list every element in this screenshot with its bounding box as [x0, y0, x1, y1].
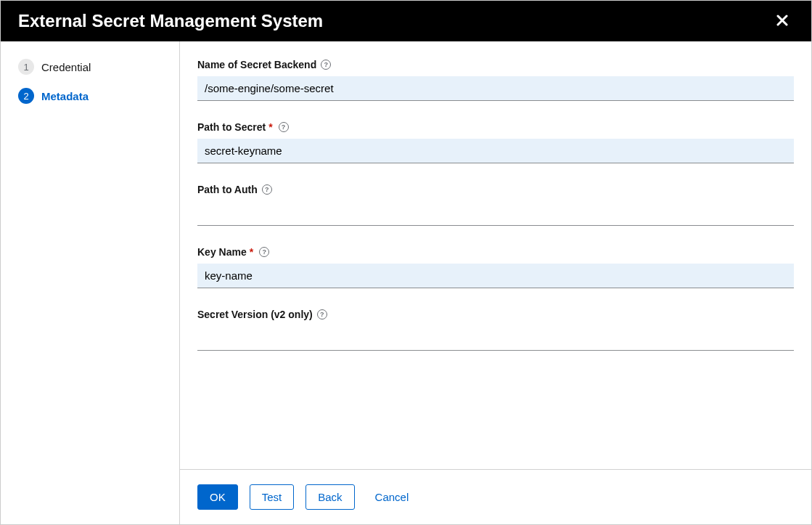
step-number-badge: 1 — [18, 59, 34, 75]
help-icon[interactable]: ? — [262, 184, 272, 195]
label-text: Path to Auth — [197, 184, 258, 195]
back-button[interactable]: Back — [305, 484, 354, 510]
field-label: Name of Secret Backend ? — [197, 59, 794, 70]
label-text: Secret Version (v2 only) — [197, 309, 313, 320]
field-label: Path to Auth ? — [197, 184, 794, 195]
field-label: Key Name * ? — [197, 246, 794, 258]
wizard-step-metadata[interactable]: 2 Metadata — [18, 88, 162, 104]
required-asterisk: * — [268, 121, 272, 133]
form-group-name-of-secret-backend: Name of Secret Backend ? — [197, 59, 794, 101]
step-number-badge: 2 — [18, 88, 34, 104]
form-group-path-to-secret: Path to Secret * ? — [197, 121, 794, 163]
form-group-secret-version: Secret Version (v2 only) ? — [197, 309, 794, 351]
cancel-button[interactable]: Cancel — [366, 485, 418, 509]
secret-version-input[interactable] — [197, 326, 794, 351]
main-panel: Name of Secret Backend ? Path to Secret … — [180, 41, 811, 524]
help-icon[interactable]: ? — [279, 122, 289, 132]
label-text: Path to Secret — [197, 121, 266, 133]
wizard-step-credential[interactable]: 1 Credential — [18, 59, 162, 75]
form-area: Name of Secret Backend ? Path to Secret … — [180, 41, 811, 469]
help-icon[interactable]: ? — [317, 309, 327, 320]
field-label: Path to Secret * ? — [197, 121, 794, 133]
path-to-secret-input[interactable] — [197, 139, 794, 163]
wizard-sidebar: 1 Credential 2 Metadata — [1, 41, 180, 524]
modal-footer: OK Test Back Cancel — [180, 469, 811, 524]
modal-dialog: External Secret Management System 1 Cred… — [0, 0, 812, 525]
form-group-path-to-auth: Path to Auth ? — [197, 184, 794, 226]
label-text: Name of Secret Backend — [197, 59, 316, 70]
label-text: Key Name — [197, 246, 247, 258]
field-label: Secret Version (v2 only) ? — [197, 309, 794, 320]
name-of-secret-backend-input[interactable] — [197, 76, 794, 101]
test-button[interactable]: Test — [250, 484, 295, 510]
ok-button[interactable]: OK — [197, 484, 238, 510]
modal-title: External Secret Management System — [18, 11, 323, 31]
modal-header: External Secret Management System — [1, 1, 811, 41]
help-icon[interactable]: ? — [259, 247, 269, 257]
form-group-key-name: Key Name * ? — [197, 246, 794, 288]
help-icon[interactable]: ? — [321, 60, 331, 70]
path-to-auth-input[interactable] — [197, 201, 794, 226]
close-button[interactable] — [771, 9, 794, 33]
step-label: Credential — [41, 61, 91, 73]
step-label: Metadata — [41, 90, 89, 102]
required-asterisk: * — [250, 246, 253, 258]
key-name-input[interactable] — [197, 264, 794, 288]
close-icon — [776, 12, 788, 30]
modal-body: 1 Credential 2 Metadata Name of Secret B… — [1, 41, 811, 524]
